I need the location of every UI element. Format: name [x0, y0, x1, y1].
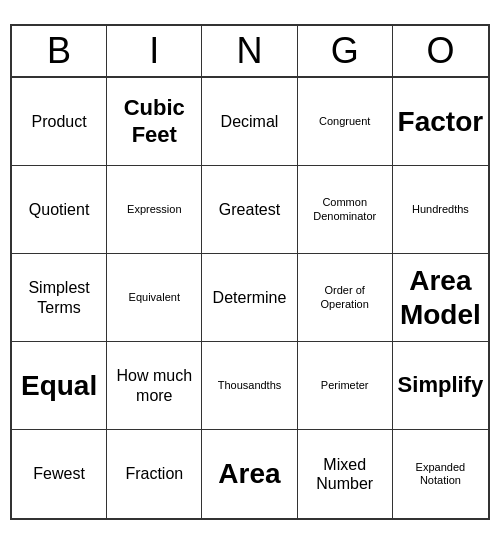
bingo-cell-text-13: Order of Operation — [302, 284, 388, 310]
bingo-cell-text-0: Product — [32, 112, 87, 131]
bingo-cell-24: Expanded Notation — [393, 430, 488, 518]
bingo-cell-19: Simplify — [393, 342, 488, 430]
bingo-cell-text-9: Hundredths — [412, 203, 469, 216]
bingo-cell-4: Factor — [393, 78, 488, 166]
bingo-grid: ProductCubic FeetDecimalCongruentFactorQ… — [12, 78, 488, 518]
bingo-cell-15: Equal — [12, 342, 107, 430]
bingo-cell-text-14: Area Model — [397, 264, 484, 331]
bingo-cell-7: Greatest — [202, 166, 297, 254]
bingo-cell-13: Order of Operation — [298, 254, 393, 342]
header-letter-O: O — [393, 26, 488, 76]
bingo-cell-text-19: Simplify — [398, 372, 484, 398]
bingo-cell-14: Area Model — [393, 254, 488, 342]
bingo-cell-22: Area — [202, 430, 297, 518]
bingo-cell-text-18: Perimeter — [321, 379, 369, 392]
bingo-cell-text-10: Simplest Terms — [16, 278, 102, 316]
bingo-cell-text-22: Area — [218, 457, 280, 491]
bingo-cell-18: Perimeter — [298, 342, 393, 430]
bingo-cell-text-24: Expanded Notation — [397, 461, 484, 487]
bingo-header: BINGO — [12, 26, 488, 78]
bingo-cell-21: Fraction — [107, 430, 202, 518]
header-letter-G: G — [298, 26, 393, 76]
bingo-cell-3: Congruent — [298, 78, 393, 166]
bingo-cell-text-3: Congruent — [319, 115, 370, 128]
bingo-cell-text-8: Common Denominator — [302, 196, 388, 222]
bingo-cell-20: Fewest — [12, 430, 107, 518]
header-letter-I: I — [107, 26, 202, 76]
bingo-cell-0: Product — [12, 78, 107, 166]
bingo-cell-text-1: Cubic Feet — [111, 95, 197, 148]
bingo-cell-5: Quotient — [12, 166, 107, 254]
bingo-cell-12: Determine — [202, 254, 297, 342]
bingo-cell-8: Common Denominator — [298, 166, 393, 254]
bingo-cell-text-11: Equivalent — [129, 291, 180, 304]
bingo-cell-text-4: Factor — [398, 105, 484, 139]
bingo-cell-6: Expression — [107, 166, 202, 254]
header-letter-N: N — [202, 26, 297, 76]
bingo-cell-text-12: Determine — [213, 288, 287, 307]
bingo-cell-text-16: How much more — [111, 366, 197, 404]
bingo-cell-text-5: Quotient — [29, 200, 89, 219]
bingo-cell-text-21: Fraction — [125, 464, 183, 483]
bingo-cell-11: Equivalent — [107, 254, 202, 342]
bingo-cell-text-20: Fewest — [33, 464, 85, 483]
bingo-cell-text-7: Greatest — [219, 200, 280, 219]
bingo-cell-17: Thousandths — [202, 342, 297, 430]
bingo-cell-1: Cubic Feet — [107, 78, 202, 166]
bingo-cell-10: Simplest Terms — [12, 254, 107, 342]
bingo-cell-text-15: Equal — [21, 369, 97, 403]
header-letter-B: B — [12, 26, 107, 76]
bingo-cell-16: How much more — [107, 342, 202, 430]
bingo-cell-text-17: Thousandths — [218, 379, 282, 392]
bingo-cell-9: Hundredths — [393, 166, 488, 254]
bingo-card: BINGO ProductCubic FeetDecimalCongruentF… — [10, 24, 490, 520]
bingo-cell-2: Decimal — [202, 78, 297, 166]
bingo-cell-23: Mixed Number — [298, 430, 393, 518]
bingo-cell-text-23: Mixed Number — [302, 455, 388, 493]
bingo-cell-text-2: Decimal — [221, 112, 279, 131]
bingo-cell-text-6: Expression — [127, 203, 181, 216]
